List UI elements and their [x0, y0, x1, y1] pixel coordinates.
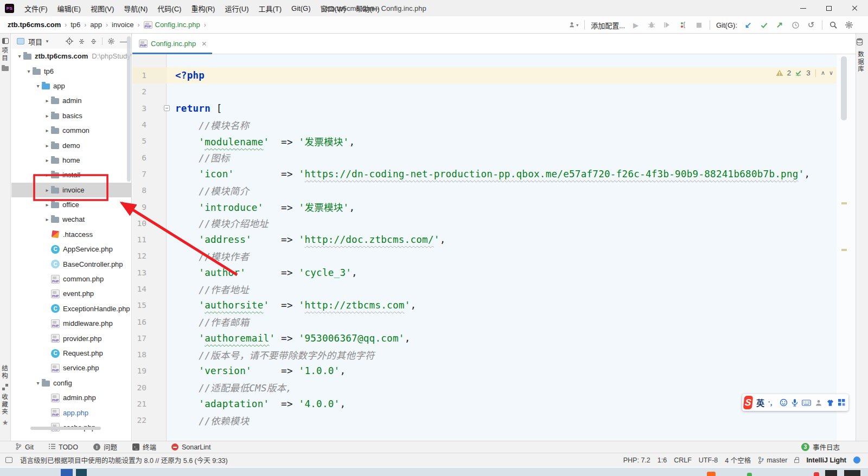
tree-item-event-php[interactable]: event.php [11, 286, 131, 301]
collapse-all-icon[interactable] [90, 38, 97, 45]
tree-item-provider-php[interactable]: provider.php [11, 331, 131, 345]
toolwindow-button-git[interactable]: Git [15, 443, 34, 452]
skin-shirt-icon[interactable] [826, 399, 834, 407]
tab-config-inc-php[interactable]: Config.inc.php ✕ [132, 34, 212, 54]
indent-widget[interactable]: 4 个空格 [725, 455, 751, 465]
hide-panel-icon[interactable]: — [120, 37, 127, 46]
emoji-icon[interactable] [780, 398, 788, 407]
taskbar-item[interactable] [76, 469, 87, 476]
event-log-button[interactable]: 3事件日志 [801, 442, 840, 452]
panel-settings-gear-icon[interactable] [107, 37, 115, 45]
tree-item-exceptionhandle-php[interactable]: CExceptionHandle.php [11, 301, 131, 316]
prev-problem-chevron-icon[interactable]: ∧ [821, 69, 825, 76]
menu-item-视图-v[interactable]: 视图(V) [86, 0, 119, 16]
settings-gear-icon[interactable] [844, 20, 854, 30]
tab-close-icon[interactable]: ✕ [201, 40, 207, 48]
close-button[interactable] [842, 0, 868, 16]
taskbar-item[interactable] [825, 470, 837, 476]
notification-dot-icon[interactable] [853, 456, 860, 464]
tree-item-appservice-php[interactable]: CAppService.php [11, 242, 131, 256]
breadcrumb-item-tp6[interactable]: tp6 [71, 21, 80, 29]
menu-item-代码-c[interactable]: 代码(C) [152, 0, 186, 16]
menu-item-重构-r[interactable]: 重构(R) [186, 0, 220, 16]
menu-item-导航-n[interactable]: 导航(N) [119, 0, 152, 16]
tree-item-middleware-php[interactable]: middleware.php [11, 316, 131, 331]
tool-stripe-project[interactable]: 项目 [0, 38, 10, 71]
menu-item-文件-f[interactable]: 文件(F) [20, 0, 53, 16]
lock-icon[interactable] [794, 459, 799, 463]
tree-horizontal-scrollbar[interactable] [30, 427, 101, 430]
caret-position-widget[interactable]: 1:6 [658, 456, 667, 464]
toolwindow-button-todo[interactable]: TODO [49, 443, 78, 451]
tree-item-invoice[interactable]: ▸invoice [11, 183, 131, 197]
toolwindow-button-问题[interactable]: !问题 [93, 442, 117, 452]
theme-widget[interactable]: IntelliJ Light [806, 456, 846, 464]
tree-item-basecontroller-php[interactable]: CBaseController.php [11, 256, 131, 271]
line-separator-widget[interactable]: CRLF [674, 456, 692, 464]
stop-icon[interactable] [694, 20, 704, 30]
tree-item-install[interactable]: ▸install [11, 168, 131, 182]
user-profile-icon[interactable] [815, 399, 822, 407]
warning-stripe-mark[interactable] [841, 249, 847, 251]
tree-item-request-php[interactable]: CRequest.php [11, 346, 131, 361]
toolwindow-button-终端[interactable]: ›_终端 [132, 442, 156, 452]
tree-item-demo[interactable]: ▸demo [11, 138, 131, 152]
next-problem-chevron-icon[interactable]: ∨ [829, 69, 833, 76]
user-icon[interactable]: ▾ [569, 20, 578, 30]
locate-file-icon[interactable] [66, 37, 73, 45]
tool-stripe-structure[interactable]: 结构 [0, 365, 10, 379]
tree-item-config[interactable]: ▾config [11, 376, 131, 390]
tool-stripe-database[interactable]: 数据库 [856, 38, 868, 73]
tree-item-admin-php[interactable]: admin.php [11, 390, 131, 405]
tree-item-app[interactable]: ▾app [11, 79, 131, 93]
tree-item-basics[interactable]: ▸basics [11, 108, 131, 123]
add-configuration-button[interactable]: 添加配置... [591, 20, 625, 30]
git-push-icon[interactable]: ↗ [775, 20, 784, 30]
git-branch-widget[interactable]: master [758, 456, 787, 464]
breadcrumb-item-app[interactable]: app [90, 21, 102, 29]
tree-item-admin[interactable]: ▸admin [11, 93, 131, 108]
menu-item-运行-u[interactable]: 运行(U) [220, 0, 253, 16]
tree-item-wechat[interactable]: ▸wechat [11, 212, 131, 227]
php-version-widget[interactable]: PHP: 7.2 [623, 456, 650, 464]
status-message[interactable]: 语言级别已根据项目中使用的功能设置为 8.0 // 还原为 5.6 (今天 9:… [20, 455, 228, 465]
toolwindow-button-sonarlint[interactable]: SonarLint [171, 443, 211, 451]
typo-count[interactable]: 3 [806, 69, 810, 77]
tree-item-service-php[interactable]: service.php [11, 361, 131, 375]
tree-item-office[interactable]: ▸office [11, 197, 131, 212]
fold-marker-icon[interactable]: − [164, 105, 170, 111]
code-editor[interactable]: 1<?php23−return [4 //模块名称5 'modulename' … [132, 54, 837, 441]
ime-language-mode[interactable]: 英 [756, 397, 764, 408]
warning-count[interactable]: 2 [787, 69, 792, 77]
toolbox-grid-icon[interactable] [838, 399, 845, 406]
profiler-icon[interactable] [678, 20, 688, 30]
breadcrumb-item-invoice[interactable]: invoice [112, 21, 133, 29]
microphone-icon[interactable] [792, 398, 798, 407]
git-menu-label[interactable]: Git(G): [716, 21, 737, 29]
history-icon[interactable] [790, 20, 800, 30]
maximize-button[interactable] [816, 0, 842, 16]
ime-punctuation[interactable]: ’， [768, 398, 776, 407]
editor-scrollbar-thumb[interactable] [841, 56, 847, 120]
tree-item-tp6[interactable]: ▾tp6 [11, 63, 131, 78]
tree-item-common-php[interactable]: common.php [11, 272, 131, 286]
menu-item-git-g[interactable]: Git(G) [286, 0, 315, 16]
tree-item-ztb-tp6cms-com[interactable]: ▾ztb.tp6cms.comD:\phpStudy\p [11, 49, 131, 63]
taskbar-item[interactable] [707, 472, 716, 476]
encoding-widget[interactable]: UTF-8 [699, 456, 718, 464]
git-update-icon[interactable]: ↙ [743, 20, 753, 30]
sogou-logo-icon[interactable] [743, 396, 754, 409]
toolwindow-toggle-icon[interactable] [5, 457, 12, 463]
tool-stripe-favorites[interactable]: 收藏夹 [0, 394, 10, 416]
taskbar-item[interactable] [61, 469, 73, 476]
expand-all-icon[interactable] [78, 38, 85, 45]
minimize-button[interactable] [790, 0, 816, 16]
run-icon[interactable]: ▶ [631, 20, 641, 30]
taskbar-item[interactable] [747, 473, 752, 476]
menu-item-工具-t[interactable]: 工具(T) [253, 0, 286, 16]
menu-item-编辑-e[interactable]: 编辑(E) [53, 0, 86, 16]
run-with-coverage-icon[interactable] [662, 20, 672, 30]
tree-item-common[interactable]: ▸common [11, 123, 131, 138]
search-everywhere-icon[interactable] [828, 20, 838, 30]
taskbar-item[interactable] [814, 472, 819, 476]
